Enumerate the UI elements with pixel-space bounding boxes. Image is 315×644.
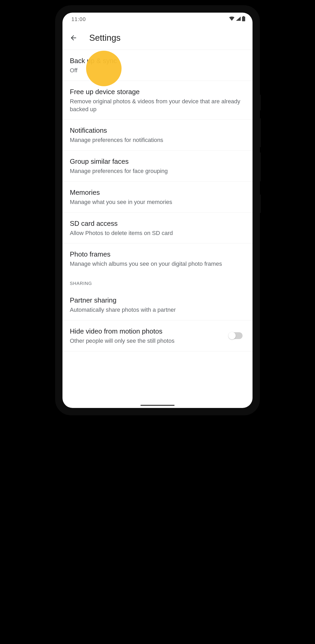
item-title: SD card access xyxy=(70,219,245,228)
item-subtitle: Allow Photos to delete items on SD card xyxy=(70,229,245,237)
device-button xyxy=(260,95,261,110)
arrow-left-icon xyxy=(70,34,77,42)
item-title: Partner sharing xyxy=(70,296,245,305)
status-icons xyxy=(229,16,245,23)
item-title: Hide video from motion photos xyxy=(70,327,225,336)
settings-item-backup-sync[interactable]: Back up & sync Off xyxy=(62,50,253,81)
settings-item-sd-card[interactable]: SD card access Allow Photos to delete it… xyxy=(62,213,253,244)
item-subtitle: Off xyxy=(70,67,245,74)
hide-video-toggle[interactable] xyxy=(229,332,243,339)
item-subtitle: Remove original photos & videos from you… xyxy=(70,98,245,113)
item-title: Photo frames xyxy=(70,250,245,259)
svg-rect-0 xyxy=(242,17,245,21)
settings-item-hide-video[interactable]: Hide video from motion photos Other peop… xyxy=(62,320,253,351)
device-button xyxy=(260,195,261,213)
app-bar: Settings xyxy=(62,26,253,50)
settings-item-group-faces[interactable]: Group similar faces Manage preferences f… xyxy=(62,151,253,182)
item-subtitle: Other people will only see the still pho… xyxy=(70,337,225,345)
item-subtitle: Manage which albums you see on your digi… xyxy=(70,260,245,268)
battery-icon xyxy=(242,16,245,23)
item-title: Free up device storage xyxy=(70,87,245,96)
switch-thumb xyxy=(228,332,236,339)
device-button xyxy=(260,152,261,181)
item-subtitle: Manage what you see in your memories xyxy=(70,198,245,206)
settings-list[interactable]: Back up & sync Off Free up device storag… xyxy=(62,50,253,351)
status-time: 11:00 xyxy=(71,16,86,22)
item-title: Back up & sync xyxy=(70,56,245,65)
settings-item-partner-sharing[interactable]: Partner sharing Automatically share phot… xyxy=(62,289,253,320)
svg-rect-1 xyxy=(243,16,244,17)
item-subtitle: Manage preferences for notifications xyxy=(70,136,245,144)
item-subtitle: Automatically share photos with a partne… xyxy=(70,306,245,314)
item-subtitle: Manage preferences for face grouping xyxy=(70,167,245,175)
item-title: Group similar faces xyxy=(70,157,245,166)
settings-item-free-storage[interactable]: Free up device storage Remove original p… xyxy=(62,81,253,120)
item-title: Memories xyxy=(70,188,245,197)
screen: 11:00 Settings xyxy=(62,13,253,408)
settings-item-memories[interactable]: Memories Manage what you see in your mem… xyxy=(62,182,253,213)
settings-item-photo-frames[interactable]: Photo frames Manage which albums you see… xyxy=(62,243,253,274)
settings-item-notifications[interactable]: Notifications Manage preferences for not… xyxy=(62,120,253,151)
cellular-icon xyxy=(236,16,241,22)
status-bar: 11:00 xyxy=(62,13,253,26)
wifi-icon xyxy=(229,16,235,22)
page-title: Settings xyxy=(89,33,120,43)
section-header-sharing: SHARING xyxy=(62,274,253,289)
back-button[interactable] xyxy=(67,32,80,44)
device-frame: 11:00 Settings xyxy=(55,5,260,415)
device-button xyxy=(260,118,261,147)
nav-handle[interactable] xyxy=(140,405,175,406)
item-title: Notifications xyxy=(70,126,245,135)
